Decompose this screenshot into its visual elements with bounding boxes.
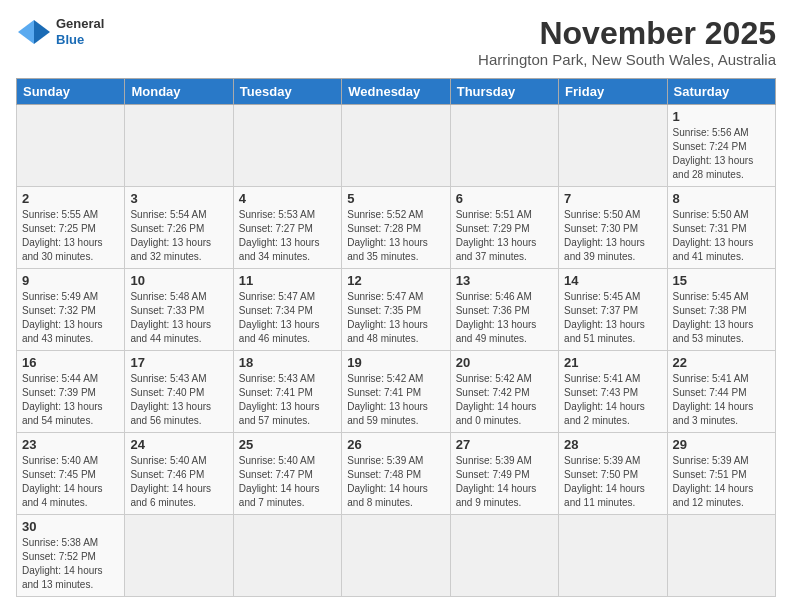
- day-number: 21: [564, 355, 661, 370]
- calendar-subtitle: Harrington Park, New South Wales, Austra…: [478, 51, 776, 68]
- day-info: Sunrise: 5:38 AM Sunset: 7:52 PM Dayligh…: [22, 536, 119, 592]
- calendar-cell: 4Sunrise: 5:53 AM Sunset: 7:27 PM Daylig…: [233, 187, 341, 269]
- calendar-cell: 9Sunrise: 5:49 AM Sunset: 7:32 PM Daylig…: [17, 269, 125, 351]
- calendar-cell: 30Sunrise: 5:38 AM Sunset: 7:52 PM Dayli…: [17, 515, 125, 597]
- calendar-cell: 13Sunrise: 5:46 AM Sunset: 7:36 PM Dayli…: [450, 269, 558, 351]
- day-info: Sunrise: 5:53 AM Sunset: 7:27 PM Dayligh…: [239, 208, 336, 264]
- day-info: Sunrise: 5:39 AM Sunset: 7:48 PM Dayligh…: [347, 454, 444, 510]
- day-number: 1: [673, 109, 770, 124]
- day-header-tuesday: Tuesday: [233, 79, 341, 105]
- day-info: Sunrise: 5:42 AM Sunset: 7:41 PM Dayligh…: [347, 372, 444, 428]
- calendar-cell: 20Sunrise: 5:42 AM Sunset: 7:42 PM Dayli…: [450, 351, 558, 433]
- day-info: Sunrise: 5:45 AM Sunset: 7:37 PM Dayligh…: [564, 290, 661, 346]
- logo-text: General Blue: [56, 16, 104, 47]
- day-info: Sunrise: 5:42 AM Sunset: 7:42 PM Dayligh…: [456, 372, 553, 428]
- calendar-cell: [559, 105, 667, 187]
- day-number: 10: [130, 273, 227, 288]
- calendar-cell: 14Sunrise: 5:45 AM Sunset: 7:37 PM Dayli…: [559, 269, 667, 351]
- day-info: Sunrise: 5:43 AM Sunset: 7:40 PM Dayligh…: [130, 372, 227, 428]
- day-info: Sunrise: 5:39 AM Sunset: 7:51 PM Dayligh…: [673, 454, 770, 510]
- calendar-week-row: 23Sunrise: 5:40 AM Sunset: 7:45 PM Dayli…: [17, 433, 776, 515]
- day-info: Sunrise: 5:47 AM Sunset: 7:34 PM Dayligh…: [239, 290, 336, 346]
- calendar-cell: 18Sunrise: 5:43 AM Sunset: 7:41 PM Dayli…: [233, 351, 341, 433]
- day-info: Sunrise: 5:40 AM Sunset: 7:45 PM Dayligh…: [22, 454, 119, 510]
- calendar-cell: [125, 105, 233, 187]
- day-header-monday: Monday: [125, 79, 233, 105]
- calendar-cell: [667, 515, 775, 597]
- day-number: 15: [673, 273, 770, 288]
- day-number: 25: [239, 437, 336, 452]
- day-number: 13: [456, 273, 553, 288]
- day-info: Sunrise: 5:47 AM Sunset: 7:35 PM Dayligh…: [347, 290, 444, 346]
- day-info: Sunrise: 5:39 AM Sunset: 7:50 PM Dayligh…: [564, 454, 661, 510]
- page-header: General Blue November 2025 Harrington Pa…: [16, 16, 776, 68]
- day-info: Sunrise: 5:56 AM Sunset: 7:24 PM Dayligh…: [673, 126, 770, 182]
- calendar-cell: 10Sunrise: 5:48 AM Sunset: 7:33 PM Dayli…: [125, 269, 233, 351]
- day-number: 17: [130, 355, 227, 370]
- day-info: Sunrise: 5:49 AM Sunset: 7:32 PM Dayligh…: [22, 290, 119, 346]
- calendar-cell: 29Sunrise: 5:39 AM Sunset: 7:51 PM Dayli…: [667, 433, 775, 515]
- calendar-title: November 2025: [478, 16, 776, 51]
- calendar-cell: 21Sunrise: 5:41 AM Sunset: 7:43 PM Dayli…: [559, 351, 667, 433]
- calendar-cell: 1Sunrise: 5:56 AM Sunset: 7:24 PM Daylig…: [667, 105, 775, 187]
- calendar-cell: 8Sunrise: 5:50 AM Sunset: 7:31 PM Daylig…: [667, 187, 775, 269]
- calendar-cell: 25Sunrise: 5:40 AM Sunset: 7:47 PM Dayli…: [233, 433, 341, 515]
- day-number: 27: [456, 437, 553, 452]
- day-number: 9: [22, 273, 119, 288]
- title-block: November 2025 Harrington Park, New South…: [478, 16, 776, 68]
- day-number: 6: [456, 191, 553, 206]
- calendar-table: SundayMondayTuesdayWednesdayThursdayFrid…: [16, 78, 776, 597]
- calendar-cell: 16Sunrise: 5:44 AM Sunset: 7:39 PM Dayli…: [17, 351, 125, 433]
- calendar-cell: [559, 515, 667, 597]
- day-info: Sunrise: 5:52 AM Sunset: 7:28 PM Dayligh…: [347, 208, 444, 264]
- day-number: 12: [347, 273, 444, 288]
- calendar-cell: 2Sunrise: 5:55 AM Sunset: 7:25 PM Daylig…: [17, 187, 125, 269]
- calendar-cell: 19Sunrise: 5:42 AM Sunset: 7:41 PM Dayli…: [342, 351, 450, 433]
- day-number: 29: [673, 437, 770, 452]
- calendar-cell: [125, 515, 233, 597]
- day-number: 16: [22, 355, 119, 370]
- calendar-cell: 22Sunrise: 5:41 AM Sunset: 7:44 PM Dayli…: [667, 351, 775, 433]
- day-number: 4: [239, 191, 336, 206]
- calendar-cell: 28Sunrise: 5:39 AM Sunset: 7:50 PM Dayli…: [559, 433, 667, 515]
- day-header-sunday: Sunday: [17, 79, 125, 105]
- calendar-cell: 17Sunrise: 5:43 AM Sunset: 7:40 PM Dayli…: [125, 351, 233, 433]
- day-number: 14: [564, 273, 661, 288]
- calendar-cell: [233, 515, 341, 597]
- calendar-cell: [342, 515, 450, 597]
- day-info: Sunrise: 5:48 AM Sunset: 7:33 PM Dayligh…: [130, 290, 227, 346]
- calendar-cell: [450, 515, 558, 597]
- day-info: Sunrise: 5:55 AM Sunset: 7:25 PM Dayligh…: [22, 208, 119, 264]
- day-info: Sunrise: 5:40 AM Sunset: 7:47 PM Dayligh…: [239, 454, 336, 510]
- day-number: 18: [239, 355, 336, 370]
- calendar-cell: 7Sunrise: 5:50 AM Sunset: 7:30 PM Daylig…: [559, 187, 667, 269]
- calendar-cell: [342, 105, 450, 187]
- day-number: 26: [347, 437, 444, 452]
- day-info: Sunrise: 5:41 AM Sunset: 7:44 PM Dayligh…: [673, 372, 770, 428]
- day-info: Sunrise: 5:40 AM Sunset: 7:46 PM Dayligh…: [130, 454, 227, 510]
- day-info: Sunrise: 5:44 AM Sunset: 7:39 PM Dayligh…: [22, 372, 119, 428]
- calendar-cell: [450, 105, 558, 187]
- day-number: 5: [347, 191, 444, 206]
- day-number: 23: [22, 437, 119, 452]
- calendar-cell: 23Sunrise: 5:40 AM Sunset: 7:45 PM Dayli…: [17, 433, 125, 515]
- svg-marker-1: [18, 20, 34, 44]
- day-info: Sunrise: 5:39 AM Sunset: 7:49 PM Dayligh…: [456, 454, 553, 510]
- calendar-week-row: 16Sunrise: 5:44 AM Sunset: 7:39 PM Dayli…: [17, 351, 776, 433]
- day-number: 24: [130, 437, 227, 452]
- day-number: 28: [564, 437, 661, 452]
- day-number: 8: [673, 191, 770, 206]
- day-number: 19: [347, 355, 444, 370]
- day-number: 20: [456, 355, 553, 370]
- day-info: Sunrise: 5:50 AM Sunset: 7:30 PM Dayligh…: [564, 208, 661, 264]
- calendar-cell: 12Sunrise: 5:47 AM Sunset: 7:35 PM Dayli…: [342, 269, 450, 351]
- day-number: 30: [22, 519, 119, 534]
- day-number: 2: [22, 191, 119, 206]
- calendar-week-row: 1Sunrise: 5:56 AM Sunset: 7:24 PM Daylig…: [17, 105, 776, 187]
- day-info: Sunrise: 5:45 AM Sunset: 7:38 PM Dayligh…: [673, 290, 770, 346]
- day-info: Sunrise: 5:51 AM Sunset: 7:29 PM Dayligh…: [456, 208, 553, 264]
- day-info: Sunrise: 5:46 AM Sunset: 7:36 PM Dayligh…: [456, 290, 553, 346]
- day-header-saturday: Saturday: [667, 79, 775, 105]
- calendar-cell: 15Sunrise: 5:45 AM Sunset: 7:38 PM Dayli…: [667, 269, 775, 351]
- day-header-friday: Friday: [559, 79, 667, 105]
